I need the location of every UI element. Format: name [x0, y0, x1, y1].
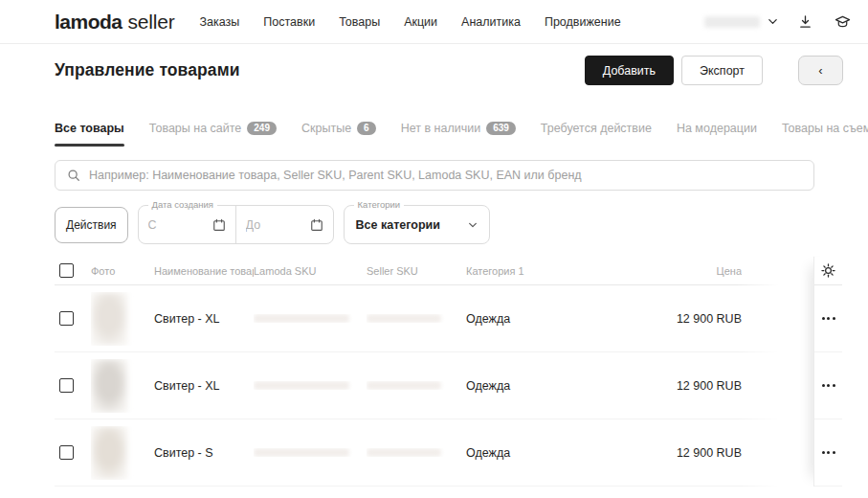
table-actions-column	[813, 257, 842, 487]
row-checkbox[interactable]	[59, 378, 74, 393]
table-row[interactable]: Свитер - XL Одежда 12 900 RUB	[55, 285, 842, 352]
ellipsis-icon	[822, 384, 835, 387]
row-checkbox[interactable]	[59, 311, 74, 326]
tab-out-of-stock[interactable]: Нет в наличии 639	[401, 122, 516, 147]
ellipsis-icon	[822, 451, 835, 454]
seller-sku-cell	[367, 314, 466, 323]
category-filter-label: Категории	[354, 200, 405, 210]
tab-products-on-site[interactable]: Товары на сайте 249	[149, 122, 277, 147]
row-select-cell	[55, 445, 91, 460]
logo-primary: lamoda	[55, 11, 122, 34]
education-button[interactable]	[833, 12, 853, 31]
category-filter[interactable]: Категории Все категории	[344, 205, 490, 244]
tab-on-photoshoot[interactable]: Товары на съемке 118	[782, 122, 868, 147]
lamoda-sku-redacted	[254, 381, 349, 390]
col-price: Цена	[600, 265, 742, 277]
calendar-icon[interactable]	[212, 218, 226, 232]
category-selected-value: Все категории	[356, 218, 460, 232]
date-from-input[interactable]	[148, 218, 207, 232]
date-to-field[interactable]	[236, 206, 333, 243]
date-to-input[interactable]	[246, 218, 304, 232]
tab-label: Скрытые	[301, 122, 351, 135]
search-icon	[67, 169, 80, 182]
tab-all-products[interactable]: Все товары	[55, 122, 124, 147]
column-settings-cell	[814, 257, 842, 285]
nav-item-supplies[interactable]: Поставки	[263, 15, 315, 29]
logo-secondary: seller	[128, 11, 175, 34]
nav-item-products[interactable]: Товары	[339, 15, 380, 29]
tab-label: Товары на съемке	[782, 122, 868, 135]
account-menu[interactable]	[704, 16, 778, 28]
table-header-row: Фото Наименование товара Lamoda SKU Sell…	[55, 257, 842, 285]
search-bar	[55, 160, 814, 191]
seller-sku-redacted	[367, 448, 441, 457]
product-category: Одежда	[466, 446, 600, 460]
chevron-down-icon	[768, 16, 778, 27]
lamoda-seller-logo[interactable]: lamoda seller	[55, 11, 175, 34]
product-category: Одежда	[466, 379, 600, 393]
row-actions-cell	[814, 285, 842, 352]
nav-item-advertising[interactable]: Продвижение	[545, 15, 621, 29]
product-name: Свитер - XL	[154, 379, 254, 393]
bulk-actions-button[interactable]: Действия	[55, 207, 128, 243]
col-lamoda-sku: Lamoda SKU	[254, 265, 367, 277]
row-checkbox[interactable]	[59, 445, 74, 460]
seller-sku-cell	[367, 381, 466, 390]
nav-item-orders[interactable]: Заказы	[200, 15, 240, 29]
ellipsis-icon	[822, 317, 835, 320]
product-photo-redacted	[91, 292, 127, 346]
tabs-bar: Все товары Товары на сайте 249 Скрытые 6…	[55, 122, 843, 147]
product-photo-redacted	[91, 359, 127, 413]
product-name: Свитер - XL	[154, 312, 254, 326]
tab-label: На модерации	[677, 122, 757, 135]
lamoda-sku-redacted	[254, 448, 349, 457]
nav-item-promotions[interactable]: Акции	[404, 15, 437, 29]
page-header: Управление товарами Добавить Экспорт ‹	[55, 56, 843, 85]
select-all-cell	[55, 263, 91, 278]
collapse-panel-button[interactable]: ‹	[798, 56, 843, 85]
download-button[interactable]	[796, 12, 814, 31]
lamoda-sku-cell	[254, 314, 367, 323]
top-nav-bar: lamoda seller Заказы Поставки Товары Акц…	[0, 0, 868, 44]
product-name: Свитер - S	[154, 446, 254, 460]
select-all-checkbox[interactable]	[59, 263, 74, 278]
date-from-field[interactable]	[139, 206, 235, 243]
search-input[interactable]	[89, 169, 802, 182]
table-row[interactable]: Свитер - XL Одежда 12 900 RUB	[55, 352, 842, 419]
product-category: Одежда	[466, 312, 600, 326]
seller-sku-cell	[367, 448, 466, 457]
add-product-button[interactable]: Добавить	[585, 56, 674, 85]
date-range-label: Дата создания	[148, 200, 217, 210]
tab-label: Нет в наличии	[401, 122, 480, 135]
tab-on-moderation[interactable]: На модерации	[677, 122, 757, 147]
col-category: Категория 1	[466, 265, 600, 277]
page-actions: Добавить Экспорт ‹	[585, 56, 843, 85]
product-price: 12 900 RUB	[600, 312, 742, 326]
photo-cell	[91, 426, 154, 480]
table-row[interactable]: Свитер - S Одежда 12 900 RUB	[55, 419, 842, 487]
seller-sku-redacted	[367, 381, 441, 390]
date-range-filter: Дата создания	[138, 205, 334, 244]
tab-action-required[interactable]: Требуется действие	[541, 122, 652, 147]
row-actions-button[interactable]	[820, 378, 837, 393]
product-price: 12 900 RUB	[600, 379, 742, 393]
lamoda-seller-app: lamoda seller Заказы Поставки Товары Акц…	[0, 0, 868, 498]
main-nav: Заказы Поставки Товары Акции Аналитика П…	[200, 15, 621, 29]
nav-item-analytics[interactable]: Аналитика	[461, 15, 521, 29]
calendar-icon[interactable]	[310, 218, 323, 232]
tab-hidden[interactable]: Скрытые 6	[301, 122, 376, 147]
download-icon	[798, 14, 812, 29]
row-actions-button[interactable]	[820, 311, 837, 326]
product-photo-redacted	[91, 426, 127, 480]
row-actions-button[interactable]	[820, 445, 837, 460]
top-nav-right	[704, 12, 853, 31]
row-actions-cell	[814, 419, 842, 487]
gear-icon	[821, 263, 835, 278]
column-settings-button[interactable]	[819, 261, 837, 280]
graduation-cap-icon	[835, 14, 851, 29]
tab-label: Товары на сайте	[149, 122, 242, 135]
tab-label: Требуется действие	[541, 122, 652, 135]
row-select-cell	[55, 378, 91, 393]
account-name-redacted	[704, 16, 760, 28]
export-button[interactable]: Экспорт	[681, 56, 763, 85]
